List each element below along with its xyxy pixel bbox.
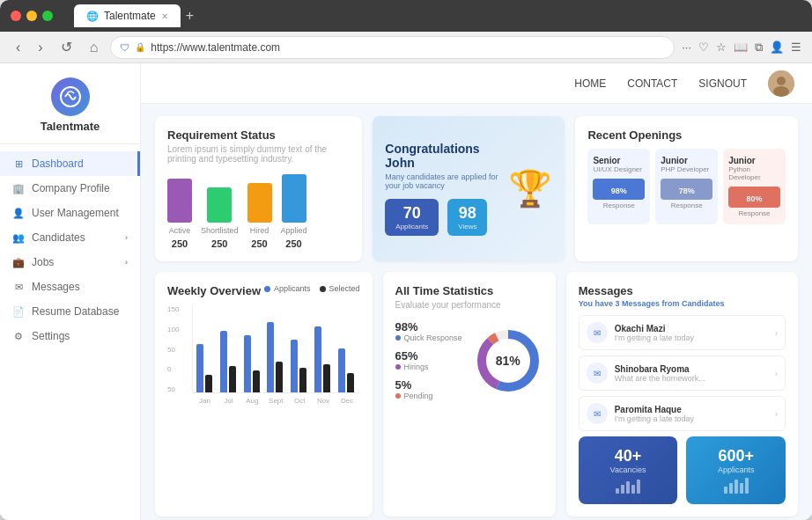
messages-subtitle-suffix: from Candidates — [660, 299, 725, 308]
users-icon: 👤 — [12, 208, 25, 219]
message-item-2[interactable]: ✉ Shinobara Ryoma What are the homework.… — [579, 355, 786, 391]
sidebar-item-users[interactable]: 👤 User Management — [0, 201, 140, 225]
address-bar[interactable]: 🛡 🔒 https://www.talentmate.com — [110, 36, 675, 59]
bar-shortlisted-label: Shortlisted — [201, 226, 239, 235]
bar-shortlisted: Shortlisted 250 — [201, 187, 239, 249]
congratulations-card: Congratulations John Many candidates are… — [373, 116, 565, 261]
reading-list-icon[interactable]: 📖 — [734, 40, 748, 55]
header-nav-signout[interactable]: SIGNOUT — [698, 77, 747, 90]
tab-title: Talentmate — [104, 10, 156, 22]
app-mini-bar-1 — [724, 487, 727, 494]
sidebar-item-company[interactable]: 🏢 Company Profile — [0, 176, 140, 201]
sidebar-navigation: ⊞ Dashboard 🏢 Company Profile 👤 User Man… — [0, 144, 140, 520]
brand-name: Talentmate — [41, 120, 100, 133]
sidebar-item-jobs[interactable]: 💼 Jobs › — [0, 250, 140, 275]
msg-info-3: Paromita Haque I'm getting a late today — [615, 405, 768, 423]
refresh-button[interactable]: ↺ — [55, 37, 78, 57]
sidebar-label-jobs: Jobs — [32, 256, 54, 268]
applicants-dot — [264, 286, 270, 292]
x-label-jan: Jan — [196, 397, 214, 405]
back-button[interactable]: ‹ — [11, 38, 26, 57]
messages-card: Messages You have 3 Messages from Candid… — [566, 272, 798, 516]
req-status-title: Requirement Status — [167, 128, 350, 142]
sidebar-item-resume[interactable]: 📄 Resume Database — [0, 299, 140, 324]
bar-nov — [314, 326, 333, 392]
trophy-icon: 🏆 — [508, 168, 552, 209]
opening-senior-response: Response — [593, 201, 645, 209]
bar-applied-label: Applied — [281, 226, 307, 235]
all-time-stats-card: All Time Statistics Evaluate your perfor… — [383, 272, 556, 516]
opening-php-badge: 78% — [661, 179, 712, 200]
applicants-stat: 70 Applicants — [385, 199, 439, 236]
menu-icon[interactable]: ☰ — [791, 40, 801, 55]
header-navigation: HOME CONTACT SIGNOUT — [574, 77, 747, 90]
msg-icon-2: ✉ — [587, 363, 608, 384]
bar-oct — [291, 340, 309, 392]
legend-selected: Selected — [320, 284, 360, 293]
msg-preview-1: I'm getting a late today — [615, 333, 768, 342]
views-label: Views — [458, 223, 476, 231]
bar-hired-label: Hired — [250, 226, 269, 235]
vacancies-number: 40+ — [587, 447, 669, 465]
messages-icon: ✉ — [12, 282, 25, 293]
applicants-box: 600+ Applicants — [686, 436, 786, 504]
new-tab-button[interactable]: + — [186, 8, 194, 24]
views-number: 98 — [458, 204, 476, 223]
sidebar-item-dashboard[interactable]: ⊞ Dashboard — [0, 151, 140, 176]
stats-content: 98% Quick Response 65% — [395, 320, 543, 400]
msg-name-2: Shinobara Ryoma — [615, 364, 768, 374]
msg-info-1: Okachi Mazi I'm getting a late today — [615, 324, 768, 342]
sidebar-label-settings: Settings — [32, 330, 70, 342]
top-header: HOME CONTACT SIGNOUT — [141, 63, 812, 104]
mini-bar-3 — [626, 481, 630, 494]
home-button[interactable]: ⌂ — [85, 38, 104, 57]
stats-title: All Time Statistics — [395, 284, 543, 297]
opening-php-percent: 78% — [679, 187, 695, 195]
bar-jul-selected — [229, 366, 236, 392]
browser-titlebar: 🌐 Talentmate ✕ + — [0, 0, 812, 32]
user-avatar[interactable] — [768, 70, 794, 97]
bar-hired: Hired 250 — [247, 183, 272, 249]
forward-button[interactable]: › — [33, 38, 48, 57]
maximize-button[interactable] — [42, 11, 53, 21]
bar-aug — [244, 335, 262, 392]
bar-dec-applicants — [338, 348, 345, 392]
congrats-title: Congratulations John — [385, 142, 499, 170]
congrats-text: Congratulations John Many candidates are… — [385, 142, 499, 236]
heart-icon[interactable]: ♡ — [698, 40, 709, 55]
star-icon[interactable]: ☆ — [716, 40, 727, 55]
header-nav-home[interactable]: HOME — [574, 77, 606, 90]
window-controls — [11, 11, 53, 21]
jobs-icon: 💼 — [12, 257, 25, 268]
vacancies-label: Vacancies — [587, 465, 669, 474]
minimize-button[interactable] — [26, 11, 37, 21]
messages-subtitle: You have 3 Messages from Candidates — [579, 299, 786, 308]
header-nav-contact[interactable]: CONTACT — [627, 77, 677, 90]
bar-aug-applicants — [244, 335, 251, 392]
stat-pending-dot — [395, 393, 401, 399]
svg-point-3 — [773, 86, 789, 97]
company-icon: 🏢 — [12, 183, 25, 194]
message-item-3[interactable]: ✉ Paromita Haque I'm getting a late toda… — [579, 396, 786, 431]
req-status-subtitle: Lorem ipsum is simply dummy text of the … — [167, 144, 350, 164]
opening-senior-title: Senior — [593, 156, 645, 165]
message-item-1[interactable]: ✉ Okachi Mazi I'm getting a late today › — [579, 315, 786, 350]
bar-sept — [267, 322, 285, 392]
sidebar-item-candidates[interactable]: 👥 Candidates › — [0, 225, 140, 250]
stat-pending-percent: 5% — [395, 378, 464, 392]
sidebar-item-messages[interactable]: ✉ Messages — [0, 275, 140, 299]
stat-hirings-dot — [395, 364, 401, 370]
legend-applicants-label: Applicants — [274, 284, 311, 293]
main-area: HOME CONTACT SIGNOUT — [141, 63, 812, 520]
profile-icon[interactable]: 👤 — [770, 40, 784, 55]
bar-applied: Applied 250 — [281, 174, 307, 249]
active-tab[interactable]: 🌐 Talentmate ✕ — [74, 4, 181, 27]
recent-openings-card: Recent Openings Senior UI/UX Designer 98… — [575, 116, 798, 261]
sidebar-item-settings[interactable]: ⚙ Settings — [0, 324, 140, 348]
tab-close-icon[interactable]: ✕ — [161, 11, 168, 21]
vacancies-mini-chart — [587, 478, 669, 494]
split-view-icon[interactable]: ⧉ — [755, 40, 763, 55]
close-button[interactable] — [11, 11, 21, 21]
extensions-icon[interactable]: ··· — [682, 40, 691, 55]
sidebar-label-dashboard: Dashboard — [32, 157, 84, 170]
